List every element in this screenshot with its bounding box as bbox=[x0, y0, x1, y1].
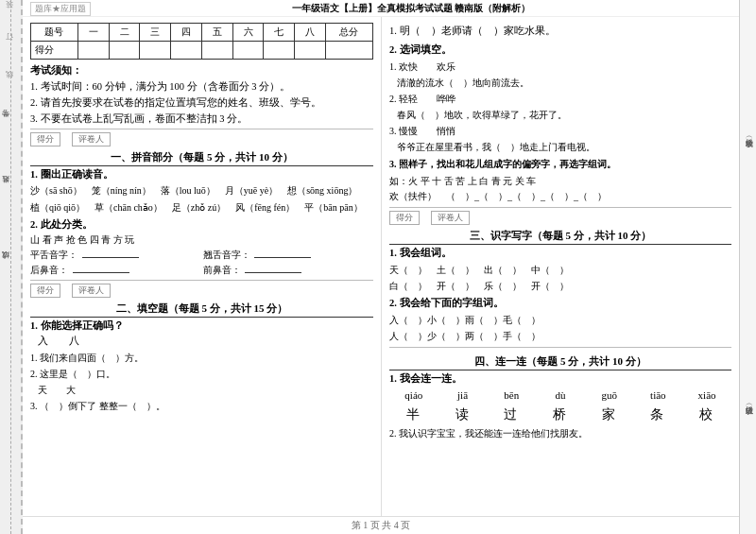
houyin-blank bbox=[73, 272, 129, 273]
houyin-row: 后鼻音： bbox=[30, 264, 201, 277]
part4-q1-label: 1. 我会连一连。 bbox=[389, 372, 731, 386]
houyin-label: 后鼻音： bbox=[30, 265, 68, 275]
part1-pinyin-group1: 沙（sā shō） 笼（níng nín） 落（lou luō） 月（yuē y… bbox=[30, 183, 373, 198]
score-table: 题号 一 二 三 四 五 六 七 八 总分 得分 bbox=[30, 23, 373, 60]
doc-title: 一年级语文【上册】全真模拟考试试题 赣南版（附解析） bbox=[292, 3, 530, 15]
part2-q1-d-text: 3. （ ）倒下了 整整一（ ）。 bbox=[30, 398, 373, 414]
part3-words-row2: 白（ ） 开（ ） 乐（ ） 开（ ） bbox=[389, 278, 731, 294]
instructions-list: 1. 考试时间：60 分钟，满分为 100 分（含卷面分 3 分）。 2. 请首… bbox=[30, 79, 373, 126]
right-divider-1 bbox=[389, 207, 731, 208]
score-row-part3: 得分 评卷人 bbox=[389, 211, 731, 225]
score-table-row-label: 得分 bbox=[31, 42, 78, 60]
right-part2-q1: 1. 明（ ）老师请（ ）家吃水果。 bbox=[389, 23, 731, 41]
part1-tones-classify: 平舌音字： 翘舌音字： 后鼻音： 前鼻音： bbox=[30, 249, 373, 277]
part1-title: 一、拼音部分（每题 5 分，共计 10 分） bbox=[30, 150, 373, 166]
stamp-label: 题库★应用题 bbox=[30, 2, 91, 16]
part3-words-row3: 入（ ）小（ ）雨（ ）毛（ ） bbox=[389, 312, 731, 328]
header: 题库★应用题 一年级语文【上册】全真模拟考试试题 赣南版（附解析） bbox=[23, 0, 739, 17]
instruction-1: 1. 考试时间：60 分钟，满分为 100 分（含卷面分 3 分）。 bbox=[30, 79, 373, 95]
divider-2 bbox=[30, 280, 373, 281]
lianyi-h6: 条 bbox=[644, 406, 671, 423]
score-cell-4 bbox=[171, 42, 202, 60]
part1-tones-row: 山 看 声 抢 色 四 青 方 玩 bbox=[30, 233, 373, 247]
pingsheng-label: 平舌音字： bbox=[30, 250, 77, 260]
lianyi-h4: 桥 bbox=[547, 406, 574, 423]
cilian1-word: 1. 欢快 欢乐 bbox=[389, 59, 731, 75]
score-table-header-4: 四 bbox=[171, 24, 202, 42]
score-table-header-6: 六 bbox=[232, 24, 264, 42]
score-box-1: 得分 bbox=[30, 132, 60, 146]
part2-q1-label: 1. 你能选择正确吗？ bbox=[30, 319, 373, 333]
binding-left: 装 订 线 学号 姓名 成绩 bbox=[0, 0, 23, 534]
lianyi-p5: guō bbox=[596, 389, 623, 401]
lianyi-p2: jiā bbox=[450, 389, 476, 401]
cilian2-word: 2. 轻轻 哗哗 bbox=[389, 91, 731, 107]
score-box-2: 得分 bbox=[30, 284, 60, 298]
grader-box-3: 评卷人 bbox=[431, 211, 470, 225]
score-cell-total bbox=[325, 42, 372, 60]
right-margin: 学校（班级） 班级（班级） bbox=[739, 0, 756, 534]
score-cell-6 bbox=[232, 42, 264, 60]
part2-q1-a: 1. 我们来自四面（ ）方。 2. 这里是（ ）口。 天 大 3. （ ）倒下了… bbox=[30, 350, 373, 414]
lianyi-h2: 读 bbox=[450, 406, 476, 423]
part1-q1-label: 1. 圈出正确读音。 bbox=[30, 168, 373, 181]
left-column: 题号 一 二 三 四 五 六 七 八 总分 得分 bbox=[23, 17, 382, 516]
lianyi-pinyin-row: qiáo jiā bēn dù guō tiāo xiāo bbox=[389, 389, 731, 401]
score-cell-5 bbox=[201, 42, 232, 60]
part3-q2-words: 入（ ）小（ ）雨（ ）毛（ ） 人（ ）少（ ）两（ ）手（ ） bbox=[389, 312, 731, 344]
lianyi-p4: dù bbox=[547, 389, 574, 401]
part2-q1-a-text: 1. 我们来自四面（ ）方。 bbox=[30, 350, 373, 366]
lianyi-hanzi-row: 半 读 过 桥 家 条 校 bbox=[389, 406, 731, 423]
part3-q1-label: 1. 我会组词。 bbox=[389, 247, 731, 260]
q3-label: 3. 照样子，找出和花儿组成字的偏旁字，再选字组词。 bbox=[389, 157, 731, 172]
cilian3-word: 3. 慢慢 悄悄 bbox=[389, 123, 731, 139]
part2-q1-b-text: 2. 这里是（ ）口。 bbox=[30, 366, 373, 382]
example-row: 如：火 平 十 舌 苦 上 白 青 元 关 车 bbox=[389, 174, 731, 189]
cilian3-a: 爷爷正在屋里看书，我（ ）地走上门看电视。 bbox=[389, 139, 731, 155]
cilian-section: 1. 欢快 欢乐 清澈的流水（ ）地向前流去。 2. 轻轻 哗哗 春风（ ）地吹… bbox=[389, 59, 731, 155]
score-table-header-tihao: 题号 bbox=[31, 24, 78, 42]
cilian-title: 2. 选词填空。 bbox=[389, 43, 731, 57]
page-wrapper: 装 订 线 学号 姓名 成绩 题库★应用题 一年级语文【上册】全真模拟考试试题 … bbox=[0, 0, 756, 534]
instruction-3: 3. 不要在试卷上乱写乱画，卷面不整洁扣 3 分。 bbox=[30, 112, 373, 127]
part3-title: 三、识字写字（每题 5 分，共计 10 分） bbox=[389, 229, 731, 245]
score-table-header-2: 二 bbox=[109, 24, 140, 42]
lianyi-p1: qiáo bbox=[401, 389, 427, 401]
divider-1 bbox=[30, 129, 373, 129]
lianyi-p3: bēn bbox=[498, 389, 524, 401]
part3-q2-label: 2. 我会给下面的字组词。 bbox=[389, 297, 731, 310]
right-column: 1. 明（ ）老师请（ ）家吃水果。 2. 选词填空。 1. 欢快 欢乐 清澈的… bbox=[382, 17, 739, 516]
part1-q2-label: 2. 此处分类。 bbox=[30, 218, 373, 232]
score-table-header-3: 三 bbox=[140, 24, 171, 42]
right-q1-text: 1. 明（ ）老师请（ ）家吃水果。 bbox=[389, 23, 731, 41]
part3-words: 天（ ） 土（ ） 出（ ） 中（ ） 白（ ） 开（ ） 乐（ ） 开（ ） bbox=[389, 262, 731, 294]
part2-q1-c-text: 天 大 bbox=[30, 382, 373, 398]
score-table-header-5: 五 bbox=[201, 24, 232, 42]
binding-dashed-line bbox=[10, 0, 11, 534]
qianyin-label: 前鼻音： bbox=[203, 265, 241, 275]
pingsheng-row: 平舌音字： bbox=[30, 249, 201, 262]
part3-words-row4: 人（ ）少（ ）两（ ）手（ ） bbox=[389, 328, 731, 344]
score-cell-2 bbox=[109, 42, 140, 60]
score-table-header-1: 一 bbox=[77, 24, 109, 42]
lianyi-h5: 家 bbox=[596, 406, 623, 423]
qianyin-blank bbox=[245, 272, 301, 273]
instructions-title: 考试须知： bbox=[30, 63, 373, 78]
score-table-header-total: 总分 bbox=[325, 24, 372, 42]
grader-box-2: 评卷人 bbox=[72, 284, 111, 298]
page-footer: 第 1 页 共 4 页 bbox=[23, 516, 739, 534]
score-table-header-8: 八 bbox=[295, 24, 326, 42]
part4-q2-label: 2. 我认识字宝宝，我还能连一连给他们找朋友。 bbox=[389, 427, 731, 440]
part2-q1-options: 入 八 bbox=[30, 335, 373, 348]
lianyi-h1: 半 bbox=[401, 406, 427, 423]
cilian1-a: 清澈的流水（ ）地向前流去。 bbox=[389, 75, 731, 91]
lianyi-p7: xiāo bbox=[694, 389, 720, 401]
part2-title: 二、填空题（每题 5 分，共计 15 分） bbox=[30, 301, 373, 318]
content-area: 题号 一 二 三 四 五 六 七 八 总分 得分 bbox=[23, 17, 739, 516]
instruction-2: 2. 请首先按要求在试卷的指定位置填写您的姓名、班级、学号。 bbox=[30, 95, 373, 111]
qiansheng-blank bbox=[254, 257, 311, 258]
lianyi-p6: tiāo bbox=[644, 389, 671, 401]
score-cell-3 bbox=[140, 42, 171, 60]
part3-words-row1: 天（ ） 土（ ） 出（ ） 中（ ） bbox=[389, 262, 731, 278]
groups-row: 欢（扶件） （ ）_（ ）_（ ）_（ ）_（ ） bbox=[389, 189, 731, 204]
